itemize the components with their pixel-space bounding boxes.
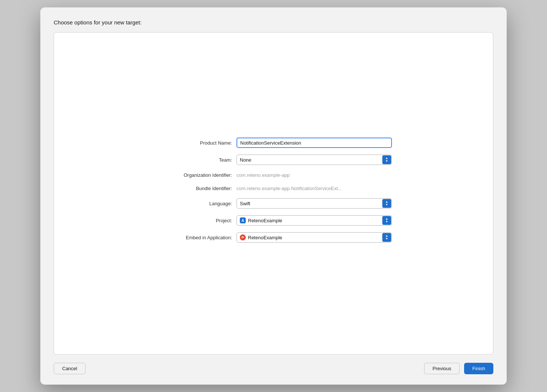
language-label: Language:	[155, 201, 236, 206]
previous-button[interactable]: Previous	[424, 363, 460, 374]
project-value: RetenoExample	[248, 218, 282, 223]
project-select-display[interactable]: A RetenoExample	[236, 215, 392, 226]
bundle-identifier-label: Bundle Identifier:	[155, 186, 236, 191]
team-row: Team: None ▲ ▼	[155, 155, 392, 165]
org-identifier-control: com.reteno.example-app	[236, 172, 392, 178]
dialog-title: Choose options for your new target:	[54, 19, 493, 26]
embed-select-display[interactable]: ⟳ RetenoExample	[236, 232, 392, 243]
product-name-input[interactable]	[236, 138, 392, 148]
form-section: Product Name: Team: None ▲ ▼	[155, 138, 392, 249]
right-buttons: Previous Finish	[424, 363, 493, 374]
dialog-footer: Cancel Previous Finish	[54, 355, 493, 374]
bundle-identifier-control: com.reteno.example-app.NotificationServi…	[236, 185, 392, 192]
dialog: Choose options for your new target: Prod…	[40, 7, 507, 385]
finish-button[interactable]: Finish	[464, 363, 493, 374]
language-row: Language: Swift Objective-C ▲ ▼	[155, 198, 392, 209]
team-select[interactable]: None	[236, 155, 392, 165]
embed-select-wrapper: ⟳ RetenoExample ▲ ▼	[236, 232, 392, 243]
product-name-label: Product Name:	[155, 140, 236, 146]
content-area: Product Name: Team: None ▲ ▼	[54, 32, 493, 355]
language-select[interactable]: Swift Objective-C	[236, 198, 392, 209]
bundle-identifier-row: Bundle Identifier: com.reteno.example-ap…	[155, 185, 392, 192]
embed-app-icon: ⟳	[240, 234, 246, 240]
project-control: A RetenoExample ▲ ▼	[236, 215, 392, 226]
org-identifier-row: Organization Identifier: com.reteno.exam…	[155, 172, 392, 178]
org-identifier-label: Organization Identifier:	[155, 172, 236, 178]
product-name-row: Product Name:	[155, 138, 392, 148]
cancel-button[interactable]: Cancel	[54, 363, 85, 374]
embed-label: Embed in Application:	[155, 235, 236, 240]
embed-row: Embed in Application: ⟳ RetenoExample ▲ …	[155, 232, 392, 243]
team-label: Team:	[155, 157, 236, 163]
team-control: None ▲ ▼	[236, 155, 392, 165]
product-name-control	[236, 138, 392, 148]
project-label: Project:	[155, 218, 236, 223]
team-select-wrapper: None ▲ ▼	[236, 155, 392, 165]
embed-control: ⟳ RetenoExample ▲ ▼	[236, 232, 392, 243]
language-select-wrapper: Swift Objective-C ▲ ▼	[236, 198, 392, 209]
bundle-identifier-value: com.reteno.example-app.NotificationServi…	[236, 184, 342, 193]
project-row: Project: A RetenoExample ▲ ▼	[155, 215, 392, 226]
language-control: Swift Objective-C ▲ ▼	[236, 198, 392, 209]
org-identifier-value: com.reteno.example-app	[236, 171, 290, 179]
project-app-icon: A	[240, 217, 246, 223]
project-select-wrapper: A RetenoExample ▲ ▼	[236, 215, 392, 226]
embed-value: RetenoExample	[248, 235, 282, 240]
